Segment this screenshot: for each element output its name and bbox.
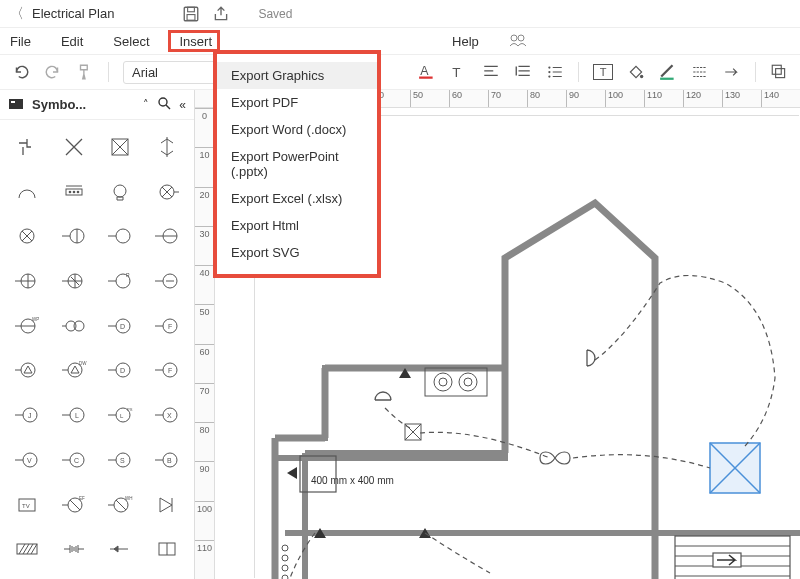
symbol-circle-s[interactable]: S	[97, 439, 144, 481]
chevron-up-icon[interactable]: ˄	[143, 98, 149, 111]
svg-text:V: V	[27, 457, 32, 464]
svg-point-79	[464, 378, 472, 386]
bullet-list-icon[interactable]	[546, 63, 564, 81]
save-icon[interactable]	[182, 5, 200, 23]
symbol-tap[interactable]	[4, 126, 51, 168]
symbol-circle-d[interactable]: D	[97, 305, 144, 347]
redo-icon[interactable]	[44, 63, 62, 81]
symbol-circle-j[interactable]: J	[4, 394, 51, 436]
svg-text:L: L	[120, 413, 124, 419]
undo-icon[interactable]	[12, 63, 30, 81]
export-dropdown: Export Graphics Export PDF Export Word (…	[213, 50, 381, 278]
text-box-icon[interactable]: T	[593, 64, 613, 80]
format-painter-icon[interactable]	[76, 63, 94, 81]
font-color-icon[interactable]: A	[418, 63, 436, 81]
export-word[interactable]: Export Word (.docx)	[217, 116, 377, 143]
line-color-icon[interactable]	[659, 63, 677, 81]
arrow-style-icon[interactable]	[723, 63, 741, 81]
font-name: Arial	[132, 65, 158, 80]
svg-point-11	[640, 75, 643, 78]
symbol-fixture-1[interactable]	[51, 171, 98, 213]
search-icon[interactable]	[157, 96, 171, 113]
svg-rect-13	[772, 65, 781, 74]
svg-point-8	[548, 66, 550, 68]
svg-point-22	[76, 190, 79, 193]
symbol-valve[interactable]	[144, 126, 191, 168]
symbol-lead-circle-2[interactable]	[97, 215, 144, 257]
symbol-earth-circle[interactable]	[4, 260, 51, 302]
svg-rect-6	[419, 77, 433, 79]
symbol-tv-box[interactable]: TV	[4, 484, 51, 526]
line-spacing-icon[interactable]	[514, 63, 532, 81]
symbol-circle-d2[interactable]: D	[97, 349, 144, 391]
svg-point-78	[459, 373, 477, 391]
line-style-icon[interactable]	[691, 63, 709, 81]
svg-point-3	[511, 35, 517, 41]
svg-text:R: R	[126, 272, 130, 278]
layers-icon[interactable]	[770, 63, 788, 81]
export-icon[interactable]	[212, 5, 230, 23]
library-icon[interactable]	[8, 96, 24, 113]
svg-rect-16	[11, 101, 15, 103]
back-button[interactable]: 〈	[10, 5, 24, 23]
menu-edit[interactable]: Edit	[61, 34, 83, 49]
symbol-circle-wp[interactable]: WP	[4, 305, 51, 347]
symbol-circle-lps[interactable]: LPS	[97, 394, 144, 436]
symbol-lead-circle-dash[interactable]	[144, 260, 191, 302]
symbol-circle-ef[interactable]: EF	[51, 484, 98, 526]
collapse-icon[interactable]: «	[179, 98, 186, 112]
symbol-double-circle[interactable]	[51, 305, 98, 347]
symbol-circle-c[interactable]: C	[51, 439, 98, 481]
symbol-lead-circle-r[interactable]: R	[97, 260, 144, 302]
text-style-icon[interactable]: T	[450, 63, 468, 81]
menu-select[interactable]: Select	[113, 34, 149, 49]
svg-point-84	[282, 545, 288, 551]
symbol-circle-f[interactable]: F	[144, 305, 191, 347]
svg-text:L: L	[75, 412, 79, 419]
symbol-circle-x-lead[interactable]	[144, 171, 191, 213]
export-pdf[interactable]: Export PDF	[217, 89, 377, 116]
symbol-lead-circle-3[interactable]	[144, 215, 191, 257]
export-powerpoint[interactable]: Export PowerPoint (.pptx)	[217, 143, 377, 185]
toolbar-separator	[755, 62, 756, 82]
symbol-circle-x[interactable]	[4, 215, 51, 257]
symbol-half-circle[interactable]	[4, 171, 51, 213]
symbol-x[interactable]	[51, 126, 98, 168]
symbol-circle-x2[interactable]: X	[144, 394, 191, 436]
svg-text:D: D	[120, 367, 125, 374]
svg-rect-1	[188, 7, 195, 12]
symbol-circle-wh[interactable]: WH	[97, 484, 144, 526]
symbol-circle-l[interactable]: L	[51, 394, 98, 436]
symbol-circle-v[interactable]: V	[4, 439, 51, 481]
export-svg[interactable]: Export SVG	[217, 239, 377, 266]
symbol-earth-circle-2[interactable]	[51, 260, 98, 302]
symbol-split-box[interactable]	[144, 528, 191, 570]
symbol-diode[interactable]	[144, 484, 191, 526]
symbol-triangle-circle[interactable]	[4, 349, 51, 391]
svg-text:WP: WP	[32, 317, 39, 322]
menu-help[interactable]: Help	[452, 34, 479, 49]
svg-point-21	[72, 190, 75, 193]
symbol-circle-dw[interactable]: DW	[51, 349, 98, 391]
toolbar-separator	[578, 62, 579, 82]
symbol-arrow-line[interactable]	[97, 528, 144, 570]
export-graphics[interactable]: Export Graphics	[217, 62, 377, 89]
symbol-box-x[interactable]	[97, 126, 144, 168]
symbol-circle-f2[interactable]: F	[144, 349, 191, 391]
svg-text:TV: TV	[22, 503, 30, 509]
export-html[interactable]: Export Html	[217, 212, 377, 239]
svg-text:PS: PS	[127, 407, 133, 412]
fill-icon[interactable]	[627, 63, 645, 81]
symbol-circle-b[interactable]: B	[144, 439, 191, 481]
annotation-highlight-icons	[168, 30, 220, 52]
menu-file[interactable]: File	[10, 34, 31, 49]
menu-collab-icon[interactable]	[509, 33, 527, 50]
symbol-hatch[interactable]	[4, 528, 51, 570]
export-excel[interactable]: Export Excel (.xlsx)	[217, 185, 377, 212]
symbol-bulb[interactable]	[97, 171, 144, 213]
svg-point-4	[518, 35, 524, 41]
svg-text:F: F	[168, 323, 172, 330]
align-icon[interactable]	[482, 63, 500, 81]
symbol-lead-circle-1[interactable]	[51, 215, 98, 257]
symbol-antenna[interactable]	[51, 528, 98, 570]
